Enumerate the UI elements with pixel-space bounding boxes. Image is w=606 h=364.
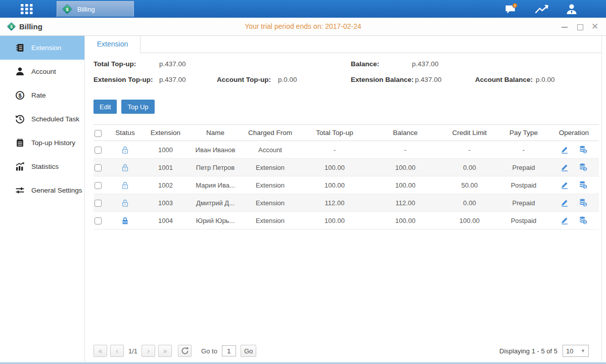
cell-credit-limit: 0.00 bbox=[441, 194, 498, 212]
edit-extension-button[interactable] bbox=[560, 198, 569, 207]
maximize-icon[interactable] bbox=[576, 23, 584, 31]
cell-balance: - bbox=[370, 141, 441, 159]
line-chart-icon[interactable] bbox=[535, 4, 548, 17]
svg-text:$: $ bbox=[584, 185, 586, 189]
row-checkbox[interactable] bbox=[95, 164, 102, 171]
goto-page-input[interactable] bbox=[222, 345, 236, 356]
select-all-checkbox[interactable] bbox=[95, 130, 102, 137]
cell-extension: 1000 bbox=[142, 141, 190, 159]
cell-balance: 100.00 bbox=[370, 212, 441, 230]
dollar-circle-icon: $ bbox=[15, 90, 25, 100]
top-up-extension-button[interactable]: $ bbox=[579, 198, 588, 207]
sidebar-item-account[interactable]: Account bbox=[0, 60, 84, 83]
window-bottom-edge bbox=[0, 362, 606, 364]
column-header: Charged From bbox=[241, 125, 299, 141]
edit-extension-button[interactable] bbox=[560, 180, 569, 190]
bar-chart-icon bbox=[15, 162, 25, 171]
cell-credit-limit: 100.00 bbox=[441, 212, 498, 230]
top-up-extension-button[interactable]: $ bbox=[579, 216, 588, 225]
row-checkbox[interactable] bbox=[95, 217, 102, 224]
next-page-button[interactable]: › bbox=[142, 345, 155, 357]
total-topup-label: Total Top-up: bbox=[94, 60, 136, 68]
top-up-extension-button[interactable]: $ bbox=[579, 163, 588, 172]
table-row: 1004Юрий Юрь...Extension100.00100.00100.… bbox=[94, 212, 599, 230]
cell-total-topup: 100.00 bbox=[299, 212, 370, 230]
cell-total-topup: - bbox=[299, 141, 370, 159]
edit-extension-button[interactable] bbox=[560, 145, 569, 154]
column-header: Total Top-up bbox=[299, 125, 370, 141]
sidebar: ExtensionAccount$RateScheduled TaskTop-u… bbox=[0, 36, 85, 362]
sidebar-item-topup-history[interactable]: Top-up History bbox=[0, 131, 84, 155]
extension-balance-value: p.437.00 bbox=[415, 76, 442, 83]
sidebar-item-rate[interactable]: $Rate bbox=[0, 83, 84, 107]
svg-text:$: $ bbox=[18, 93, 21, 99]
sidebar-item-label: Statistics bbox=[31, 163, 59, 170]
top-up-extension-button[interactable]: $ bbox=[579, 180, 588, 190]
minimize-icon[interactable] bbox=[561, 23, 569, 31]
cell-balance: 112.00 bbox=[370, 194, 441, 212]
cell-charged-from: Extension bbox=[241, 176, 299, 194]
sidebar-item-label: General Settings bbox=[31, 187, 82, 194]
chat-bubble-icon[interactable]: ! bbox=[504, 3, 518, 16]
svg-text:$: $ bbox=[66, 7, 69, 12]
sidebar-item-general-settings[interactable]: General Settings bbox=[0, 178, 84, 202]
tab-extension[interactable]: Extension bbox=[85, 36, 141, 53]
table-row: 1000Иван ИвановAccount----$ bbox=[94, 141, 599, 159]
column-header: Pay Type bbox=[498, 125, 549, 141]
cell-pay-type: Postpaid bbox=[498, 212, 549, 230]
top-up-extension-button[interactable]: $ bbox=[579, 145, 588, 154]
last-page-button[interactable]: » bbox=[158, 345, 172, 357]
unlocked-icon bbox=[121, 163, 129, 172]
edit-button[interactable]: Edit bbox=[94, 100, 117, 114]
cell-name: Мария Ива... bbox=[190, 176, 241, 194]
total-topup-value: p.437.00 bbox=[159, 60, 186, 68]
billing-diamond-icon: $ bbox=[62, 4, 73, 15]
sidebar-item-scheduled-task[interactable]: Scheduled Task bbox=[0, 107, 84, 131]
account-balance-value: p.0.00 bbox=[536, 76, 555, 83]
cell-extension: 1003 bbox=[142, 194, 190, 212]
go-button[interactable]: Go bbox=[241, 345, 256, 357]
main-content: Extension Total Top-up: p.437.00 Balance… bbox=[85, 36, 602, 362]
tab-bar: Extension bbox=[85, 36, 601, 53]
balance-value: p.437.00 bbox=[412, 60, 439, 68]
row-checkbox[interactable] bbox=[95, 200, 102, 207]
column-header: Credit Limit bbox=[441, 125, 498, 141]
taskbar-tab-billing[interactable]: $ Billing bbox=[57, 1, 134, 17]
cell-pay-type: Prepaid bbox=[498, 159, 549, 176]
sliders-icon bbox=[15, 186, 25, 195]
cell-name: Юрий Юрь... bbox=[190, 212, 241, 230]
close-icon[interactable]: ✕ bbox=[591, 23, 599, 31]
cell-balance: 100.00 bbox=[370, 176, 441, 194]
window-header: $ Billing Your trial period ends on: 201… bbox=[0, 18, 606, 36]
sidebar-item-statistics[interactable]: Statistics bbox=[0, 155, 84, 178]
app-grid-icon[interactable] bbox=[18, 4, 36, 15]
first-page-button[interactable]: « bbox=[94, 345, 107, 357]
sidebar-item-label: Extension bbox=[31, 44, 61, 52]
cell-charged-from: Extension bbox=[241, 159, 299, 176]
cell-balance: 100.00 bbox=[370, 159, 441, 176]
cell-pay-type: Postpaid bbox=[498, 176, 549, 194]
row-checkbox[interactable] bbox=[95, 182, 102, 189]
edit-extension-button[interactable] bbox=[560, 163, 569, 172]
refresh-icon[interactable] bbox=[178, 345, 192, 357]
notebook-icon bbox=[15, 138, 25, 148]
balance-summary: Total Top-up: p.437.00 Balance: p.437.00… bbox=[85, 53, 601, 93]
sidebar-item-extension[interactable]: Extension bbox=[0, 36, 84, 60]
extension-topup-label: Extension Top-up: bbox=[94, 76, 153, 83]
balance-label: Balance: bbox=[351, 60, 379, 68]
cell-name: Петр Петров bbox=[190, 159, 241, 176]
unlocked-icon bbox=[121, 146, 129, 154]
unlocked-icon bbox=[121, 199, 129, 207]
user-icon[interactable] bbox=[565, 3, 579, 16]
cell-pay-type: - bbox=[498, 141, 549, 159]
cell-extension: 1004 bbox=[142, 212, 190, 230]
page-size-select[interactable]: 10 ▼ bbox=[563, 345, 589, 357]
cell-credit-limit: - bbox=[441, 141, 498, 159]
prev-page-button[interactable]: ‹ bbox=[110, 345, 124, 357]
row-checkbox[interactable] bbox=[95, 147, 102, 154]
cell-extension: 1002 bbox=[142, 176, 190, 194]
cell-charged-from: Account bbox=[241, 141, 299, 159]
top-up-button[interactable]: Top Up bbox=[121, 100, 154, 114]
column-header: Status bbox=[109, 125, 142, 141]
edit-extension-button[interactable] bbox=[560, 216, 569, 225]
